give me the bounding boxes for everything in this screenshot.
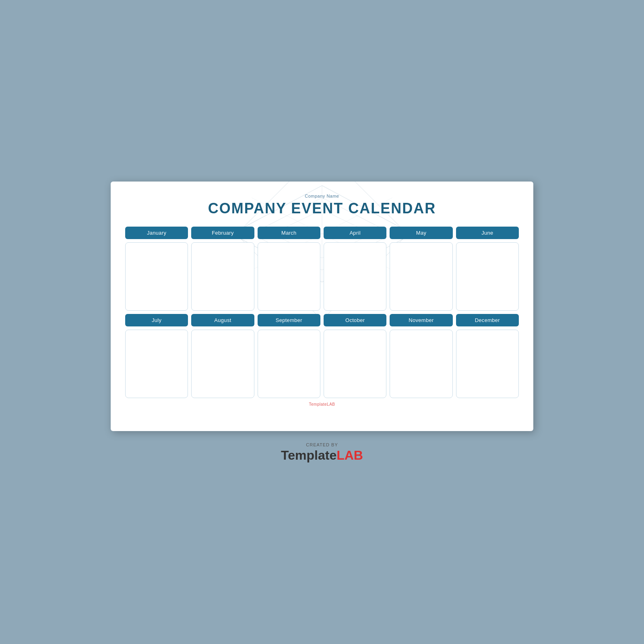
month-content-april[interactable] (324, 242, 386, 311)
months-row-2-headers: July August September October November D… (125, 314, 519, 326)
months-row-2-content (125, 330, 519, 398)
company-name-label: Company Name (125, 194, 519, 198)
month-content-july[interactable] (125, 330, 188, 398)
month-header-october: October (324, 314, 386, 326)
month-header-december: December (456, 314, 519, 326)
month-content-may[interactable] (390, 242, 452, 311)
month-header-july: July (125, 314, 188, 326)
month-content-june[interactable] (456, 242, 519, 311)
created-by-label: CREATED BY (281, 442, 363, 447)
month-content-november[interactable] (390, 330, 452, 398)
template-text: Template (281, 448, 336, 462)
month-content-august[interactable] (191, 330, 254, 398)
month-header-june: June (456, 227, 519, 239)
lab-text: LAB (336, 448, 363, 462)
month-header-may: May (390, 227, 452, 239)
month-header-february: February (191, 227, 254, 239)
month-content-december[interactable] (456, 330, 519, 398)
page-wrapper: Company Name COMPANY EVENT CALENDAR Janu… (0, 0, 644, 644)
month-header-september: September (258, 314, 320, 326)
month-content-september[interactable] (258, 330, 320, 398)
month-content-october[interactable] (324, 330, 386, 398)
footer-brand: TemplateLAB (125, 402, 519, 407)
months-row-1-content (125, 242, 519, 311)
month-content-march[interactable] (258, 242, 320, 311)
month-header-january: January (125, 227, 188, 239)
month-content-february[interactable] (191, 242, 254, 311)
calendar-title: COMPANY EVENT CALENDAR (125, 200, 519, 217)
month-header-august: August (191, 314, 254, 326)
month-header-november: November (390, 314, 452, 326)
calendar-card: Company Name COMPANY EVENT CALENDAR Janu… (111, 182, 533, 431)
month-header-march: March (258, 227, 320, 239)
month-header-april: April (324, 227, 386, 239)
months-row-1-headers: January February March April May June (125, 227, 519, 239)
month-content-january[interactable] (125, 242, 188, 311)
bottom-logo: CREATED BY TemplateLAB (281, 442, 363, 463)
template-lab-logo: TemplateLAB (281, 448, 363, 463)
